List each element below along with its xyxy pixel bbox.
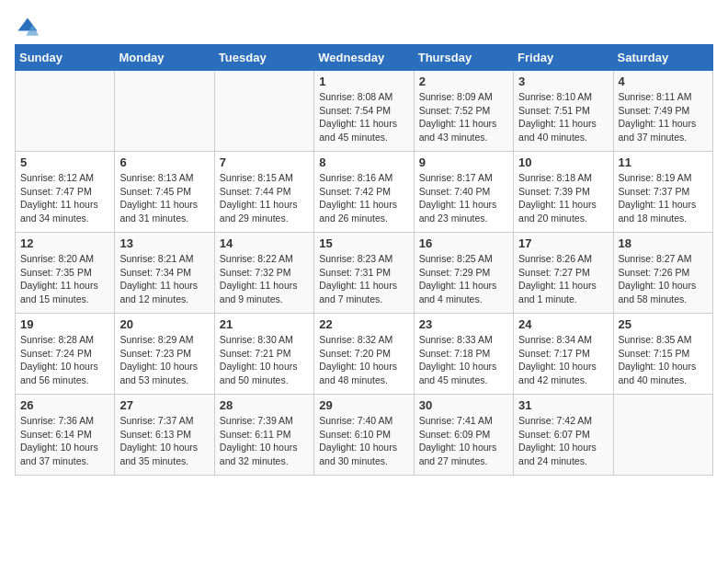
calendar-cell: 10Sunrise: 8:18 AM Sunset: 7:39 PM Dayli… bbox=[514, 152, 613, 233]
calendar-cell: 22Sunrise: 8:32 AM Sunset: 7:20 PM Dayli… bbox=[314, 314, 414, 395]
header-thursday: Thursday bbox=[414, 45, 513, 71]
calendar-cell: 12Sunrise: 8:20 AM Sunset: 7:35 PM Dayli… bbox=[16, 233, 115, 314]
day-number: 5 bbox=[20, 155, 109, 169]
cell-info: Sunrise: 8:19 AM Sunset: 7:37 PM Dayligh… bbox=[619, 171, 708, 225]
day-number: 20 bbox=[119, 317, 209, 331]
cell-info: Sunrise: 8:10 AM Sunset: 7:51 PM Dayligh… bbox=[518, 90, 608, 144]
calendar-cell: 20Sunrise: 8:29 AM Sunset: 7:23 PM Dayli… bbox=[115, 314, 214, 395]
week-row-3: 19Sunrise: 8:28 AM Sunset: 7:24 PM Dayli… bbox=[16, 314, 713, 395]
cell-info: Sunrise: 7:36 AM Sunset: 6:14 PM Dayligh… bbox=[20, 414, 109, 468]
calendar-cell: 28Sunrise: 7:39 AM Sunset: 6:11 PM Dayli… bbox=[214, 395, 313, 476]
calendar-table: SundayMondayTuesdayWednesdayThursdayFrid… bbox=[15, 44, 713, 476]
day-number: 8 bbox=[319, 155, 408, 169]
calendar-cell: 6Sunrise: 8:13 AM Sunset: 7:45 PM Daylig… bbox=[115, 152, 214, 233]
day-number: 12 bbox=[20, 236, 109, 250]
day-number: 29 bbox=[319, 398, 408, 412]
day-number: 3 bbox=[518, 75, 608, 88]
calendar-cell: 16Sunrise: 8:25 AM Sunset: 7:29 PM Dayli… bbox=[414, 233, 513, 314]
day-number: 6 bbox=[119, 155, 209, 169]
calendar-cell bbox=[115, 71, 214, 152]
cell-info: Sunrise: 8:29 AM Sunset: 7:23 PM Dayligh… bbox=[119, 333, 209, 387]
logo-icon bbox=[15, 15, 40, 40]
cell-info: Sunrise: 7:39 AM Sunset: 6:11 PM Dayligh… bbox=[220, 414, 309, 468]
calendar-body: 1Sunrise: 8:08 AM Sunset: 7:54 PM Daylig… bbox=[16, 71, 713, 476]
day-number: 22 bbox=[319, 317, 408, 331]
calendar-cell: 11Sunrise: 8:19 AM Sunset: 7:37 PM Dayli… bbox=[613, 152, 712, 233]
calendar-cell: 18Sunrise: 8:27 AM Sunset: 7:26 PM Dayli… bbox=[613, 233, 712, 314]
calendar-cell: 8Sunrise: 8:16 AM Sunset: 7:42 PM Daylig… bbox=[314, 152, 414, 233]
cell-info: Sunrise: 8:08 AM Sunset: 7:54 PM Dayligh… bbox=[319, 90, 408, 144]
week-row-0: 1Sunrise: 8:08 AM Sunset: 7:54 PM Daylig… bbox=[16, 71, 713, 152]
calendar-cell: 3Sunrise: 8:10 AM Sunset: 7:51 PM Daylig… bbox=[514, 71, 613, 152]
day-number: 9 bbox=[419, 155, 508, 169]
cell-info: Sunrise: 8:34 AM Sunset: 7:17 PM Dayligh… bbox=[518, 333, 608, 387]
header-tuesday: Tuesday bbox=[214, 45, 313, 71]
calendar-cell: 31Sunrise: 7:42 AM Sunset: 6:07 PM Dayli… bbox=[514, 395, 613, 476]
calendar-cell: 14Sunrise: 8:22 AM Sunset: 7:32 PM Dayli… bbox=[214, 233, 313, 314]
cell-info: Sunrise: 8:28 AM Sunset: 7:24 PM Dayligh… bbox=[20, 333, 109, 387]
header-friday: Friday bbox=[514, 45, 613, 71]
calendar-cell: 30Sunrise: 7:41 AM Sunset: 6:09 PM Dayli… bbox=[414, 395, 513, 476]
cell-info: Sunrise: 8:16 AM Sunset: 7:42 PM Dayligh… bbox=[319, 171, 408, 225]
cell-info: Sunrise: 7:37 AM Sunset: 6:13 PM Dayligh… bbox=[119, 414, 209, 468]
cell-info: Sunrise: 7:40 AM Sunset: 6:10 PM Dayligh… bbox=[319, 414, 408, 468]
day-number: 15 bbox=[319, 236, 408, 250]
cell-info: Sunrise: 8:11 AM Sunset: 7:49 PM Dayligh… bbox=[619, 90, 708, 144]
day-number: 7 bbox=[220, 155, 309, 169]
cell-info: Sunrise: 8:25 AM Sunset: 7:29 PM Dayligh… bbox=[419, 252, 508, 306]
week-row-4: 26Sunrise: 7:36 AM Sunset: 6:14 PM Dayli… bbox=[16, 395, 713, 476]
calendar-cell bbox=[16, 71, 115, 152]
calendar-cell: 19Sunrise: 8:28 AM Sunset: 7:24 PM Dayli… bbox=[16, 314, 115, 395]
calendar-cell: 15Sunrise: 8:23 AM Sunset: 7:31 PM Dayli… bbox=[314, 233, 414, 314]
cell-info: Sunrise: 8:27 AM Sunset: 7:26 PM Dayligh… bbox=[619, 252, 708, 306]
day-number: 25 bbox=[619, 317, 708, 331]
day-number: 28 bbox=[220, 398, 309, 412]
day-number: 30 bbox=[419, 398, 508, 412]
cell-info: Sunrise: 8:23 AM Sunset: 7:31 PM Dayligh… bbox=[319, 252, 408, 306]
day-number: 23 bbox=[419, 317, 508, 331]
day-number: 27 bbox=[119, 398, 209, 412]
cell-info: Sunrise: 8:30 AM Sunset: 7:21 PM Dayligh… bbox=[220, 333, 309, 387]
cell-info: Sunrise: 8:32 AM Sunset: 7:20 PM Dayligh… bbox=[319, 333, 408, 387]
calendar-cell: 21Sunrise: 8:30 AM Sunset: 7:21 PM Dayli… bbox=[214, 314, 313, 395]
week-row-2: 12Sunrise: 8:20 AM Sunset: 7:35 PM Dayli… bbox=[16, 233, 713, 314]
calendar-cell: 9Sunrise: 8:17 AM Sunset: 7:40 PM Daylig… bbox=[414, 152, 513, 233]
week-row-1: 5Sunrise: 8:12 AM Sunset: 7:47 PM Daylig… bbox=[16, 152, 713, 233]
cell-info: Sunrise: 7:42 AM Sunset: 6:07 PM Dayligh… bbox=[518, 414, 608, 468]
calendar-cell: 7Sunrise: 8:15 AM Sunset: 7:44 PM Daylig… bbox=[214, 152, 313, 233]
logo bbox=[15, 15, 44, 40]
cell-info: Sunrise: 8:18 AM Sunset: 7:39 PM Dayligh… bbox=[518, 171, 608, 225]
header-wednesday: Wednesday bbox=[314, 45, 414, 71]
cell-info: Sunrise: 8:33 AM Sunset: 7:18 PM Dayligh… bbox=[419, 333, 508, 387]
cell-info: Sunrise: 8:15 AM Sunset: 7:44 PM Dayligh… bbox=[220, 171, 309, 225]
calendar-cell: 23Sunrise: 8:33 AM Sunset: 7:18 PM Dayli… bbox=[414, 314, 513, 395]
calendar-header-row: SundayMondayTuesdayWednesdayThursdayFrid… bbox=[16, 45, 713, 71]
day-number: 10 bbox=[518, 155, 608, 169]
cell-info: Sunrise: 8:35 AM Sunset: 7:15 PM Dayligh… bbox=[619, 333, 708, 387]
calendar-cell: 26Sunrise: 7:36 AM Sunset: 6:14 PM Dayli… bbox=[16, 395, 115, 476]
day-number: 17 bbox=[518, 236, 608, 250]
day-number: 4 bbox=[619, 75, 708, 88]
calendar-cell: 17Sunrise: 8:26 AM Sunset: 7:27 PM Dayli… bbox=[514, 233, 613, 314]
calendar-cell: 1Sunrise: 8:08 AM Sunset: 7:54 PM Daylig… bbox=[314, 71, 414, 152]
day-number: 24 bbox=[518, 317, 608, 331]
header-sunday: Sunday bbox=[16, 45, 115, 71]
day-number: 14 bbox=[220, 236, 309, 250]
cell-info: Sunrise: 8:17 AM Sunset: 7:40 PM Dayligh… bbox=[419, 171, 508, 225]
cell-info: Sunrise: 8:26 AM Sunset: 7:27 PM Dayligh… bbox=[518, 252, 608, 306]
header-monday: Monday bbox=[115, 45, 214, 71]
calendar-cell: 4Sunrise: 8:11 AM Sunset: 7:49 PM Daylig… bbox=[613, 71, 712, 152]
calendar-cell: 5Sunrise: 8:12 AM Sunset: 7:47 PM Daylig… bbox=[16, 152, 115, 233]
page-header bbox=[15, 15, 713, 40]
day-number: 18 bbox=[619, 236, 708, 250]
cell-info: Sunrise: 8:21 AM Sunset: 7:34 PM Dayligh… bbox=[119, 252, 209, 306]
calendar-cell: 24Sunrise: 8:34 AM Sunset: 7:17 PM Dayli… bbox=[514, 314, 613, 395]
day-number: 19 bbox=[20, 317, 109, 331]
day-number: 1 bbox=[319, 75, 408, 88]
cell-info: Sunrise: 8:22 AM Sunset: 7:32 PM Dayligh… bbox=[220, 252, 309, 306]
cell-info: Sunrise: 8:13 AM Sunset: 7:45 PM Dayligh… bbox=[119, 171, 209, 225]
calendar-cell: 25Sunrise: 8:35 AM Sunset: 7:15 PM Dayli… bbox=[613, 314, 712, 395]
cell-info: Sunrise: 8:12 AM Sunset: 7:47 PM Dayligh… bbox=[20, 171, 109, 225]
day-number: 21 bbox=[220, 317, 309, 331]
header-saturday: Saturday bbox=[613, 45, 712, 71]
